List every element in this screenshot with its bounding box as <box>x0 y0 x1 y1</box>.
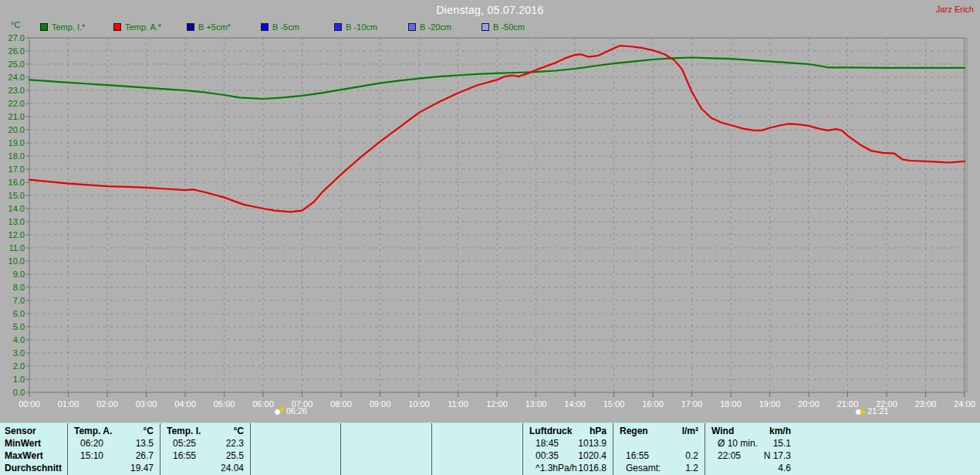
row-label-durchschnitt-label: Durchschnitt <box>5 462 62 474</box>
column-header-wind-value: km/h <box>769 425 791 437</box>
y-axis-label: 14.0 <box>8 204 25 213</box>
column-header-luftdruck-value: hPa <box>590 425 607 437</box>
temp-a--row-2: 19.47 <box>68 462 160 474</box>
temp-a--row-1-label: 15:10 <box>80 450 103 462</box>
column-header-temp-i--label: Temp. I. <box>167 425 201 437</box>
summary-table: SensorMinWertMaxWertDurchschnittTemp. A.… <box>0 422 980 475</box>
x-axis-label: 15:00 <box>603 399 625 409</box>
column-header-temp-a-: Temp. A.°C <box>68 425 160 437</box>
wind-row-1: 22:05N 17.3 <box>705 450 797 462</box>
wind-row-2-value: 4.6 <box>778 462 791 474</box>
y-axis-label: 5.0 <box>13 322 25 331</box>
x-axis-label: 14:00 <box>564 399 586 409</box>
sunset-time: 21:21 <box>867 406 889 416</box>
x-axis-label: 05:00 <box>214 399 235 409</box>
temp-i--row-1-label: 16:55 <box>173 450 196 462</box>
wind-row-2: 4.6 <box>705 462 797 474</box>
y-axis-label: 12.0 <box>8 230 25 239</box>
x-axis-label: 24:00 <box>954 399 975 409</box>
row-label-maxwert-label: MaxWert <box>5 450 43 462</box>
regen-row-1-label: 16:55 <box>626 450 649 462</box>
empty-2-row-0 <box>251 437 340 450</box>
wind-row-1-label: 22:05 <box>718 450 741 462</box>
temp-a--row-0-value: 13.5 <box>136 437 154 450</box>
y-axis-label: 17.0 <box>8 165 25 174</box>
luftdruck-row-1-value: 1020.4 <box>578 450 607 462</box>
table-column-regen: Regenl/m²16:550.2Gesamt:1.2 <box>613 423 705 475</box>
temp-i--row-0-value: 22.3 <box>226 437 244 450</box>
y-axis-label: 9.0 <box>13 270 25 279</box>
y-axis-label: 0.0 <box>13 388 25 397</box>
column-header-regen: Regenl/m² <box>613 425 705 437</box>
empty-3-row-2 <box>341 462 431 474</box>
column-header-temp-i--value: °C <box>234 425 244 437</box>
column-header-luftdruck: LuftdruckhPa <box>523 425 613 437</box>
column-header-empty-4 <box>432 425 522 437</box>
y-axis-label: 20.0 <box>8 125 25 134</box>
empty-4-row-1 <box>432 450 522 462</box>
temp-i--row-1: 16:5525.5 <box>161 450 250 462</box>
empty-4-row-2 <box>432 462 522 474</box>
temp-a--row-0-label: 06:20 <box>80 437 103 450</box>
y-axis-label: 3.0 <box>13 348 25 358</box>
empty-4-row-0 <box>432 437 522 450</box>
row-label-durchschnitt: Durchschnitt <box>0 462 67 474</box>
y-axis-label: 15.0 <box>8 191 25 200</box>
x-axis-label: 17:00 <box>681 399 703 409</box>
regen-row-2: Gesamt:1.2 <box>613 462 705 474</box>
wind-row-0: Ø 10 min.15.1 <box>705 437 797 450</box>
y-axis-label: 22.0 <box>8 99 25 108</box>
table-column-temp-i-: Temp. I.°C05:2522.316:5525.524.04 <box>160 423 250 475</box>
y-axis-label: 26.0 <box>8 46 25 56</box>
sunset-marker: 21:21 <box>855 405 889 416</box>
y-axis-label: 27.0 <box>8 33 25 42</box>
table-filler <box>797 423 980 475</box>
sunrise-icon <box>274 405 285 416</box>
y-axis-label: 1.0 <box>13 375 25 384</box>
row-label-sensor-label: Sensor <box>5 425 36 437</box>
x-axis-label: 06:00 <box>252 399 274 409</box>
x-axis-label: 18:00 <box>720 399 742 409</box>
wind-row-0-label: Ø 10 min. <box>718 437 758 450</box>
empty-2-row-1 <box>251 450 340 462</box>
chart-plot: 0.01.02.03.04.05.06.07.08.09.010.011.012… <box>0 0 980 422</box>
temp-a--row-2-value: 19.47 <box>130 462 154 474</box>
temp-i--row-0-label: 05:25 <box>173 437 196 450</box>
x-axis-label: 16:00 <box>642 399 664 409</box>
y-axis-label: 23.0 <box>8 86 25 95</box>
column-header-wind-label: Wind <box>711 425 734 437</box>
luftdruck-row-1: 00:351020.4 <box>523 450 613 462</box>
empty-2-row-2 <box>251 462 340 474</box>
x-axis-label: 04:00 <box>174 399 196 409</box>
x-axis-label: 13:00 <box>525 399 547 409</box>
y-axis-label: 16.0 <box>8 178 25 187</box>
y-axis-label: 24.0 <box>8 73 25 82</box>
luftdruck-row-0-value: 1013.9 <box>578 437 607 450</box>
table-column-luftdruck: LuftdruckhPa18:451013.900:351020.4^1.3hP… <box>522 423 613 475</box>
luftdruck-row-0: 18:451013.9 <box>523 437 613 450</box>
regen-row-0 <box>613 437 705 450</box>
temp-a--row-1-value: 26.7 <box>136 450 154 462</box>
column-header-empty-2 <box>251 425 340 437</box>
table-column-empty-2 <box>250 423 340 475</box>
table-column-temp-a-: Temp. A.°C06:2013.515:1026.719.47 <box>67 423 160 475</box>
y-axis-label: 7.0 <box>13 296 25 305</box>
row-label-sensor: Sensor <box>0 425 67 437</box>
sunset-icon <box>855 405 866 416</box>
column-header-temp-a--label: Temp. A. <box>74 425 112 437</box>
y-axis-label: 10.0 <box>8 256 25 266</box>
y-axis-label: 19.0 <box>8 138 25 148</box>
x-axis-label: 12:00 <box>486 399 508 409</box>
table-column-empty-4 <box>431 423 522 475</box>
y-axis-label: 4.0 <box>13 335 25 344</box>
y-axis-label: 2.0 <box>13 361 25 371</box>
x-axis-label: 00:00 <box>19 399 40 409</box>
y-axis-label: 11.0 <box>8 243 25 253</box>
temp-i--row-2: 24.04 <box>161 462 250 474</box>
luftdruck-row-1-label: 00:35 <box>536 450 559 462</box>
y-axis-label: 6.0 <box>13 309 25 318</box>
x-axis-label: 11:00 <box>448 399 468 409</box>
sunrise-marker: 06:26 <box>274 405 308 416</box>
x-axis-label: 19:00 <box>759 399 781 409</box>
sunrise-time: 06:26 <box>286 406 308 416</box>
